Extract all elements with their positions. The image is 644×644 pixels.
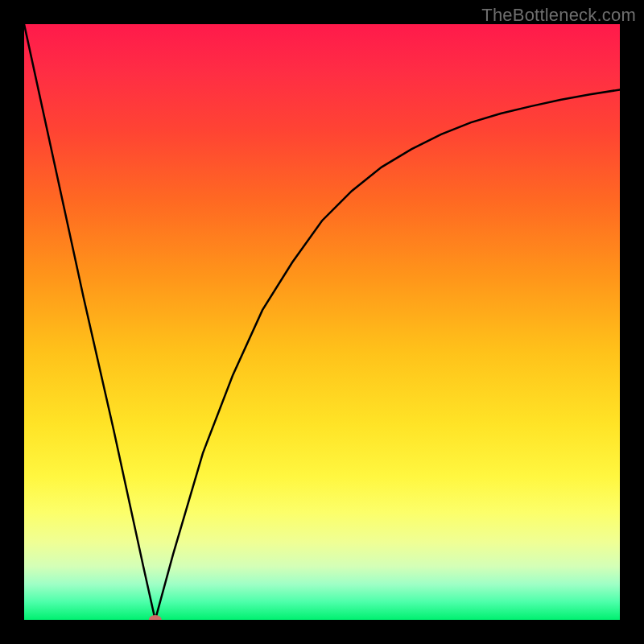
- watermark-text: TheBottleneck.com: [481, 5, 636, 26]
- plot-background-gradient: [24, 24, 620, 620]
- chart-stage: TheBottleneck.com: [0, 0, 644, 644]
